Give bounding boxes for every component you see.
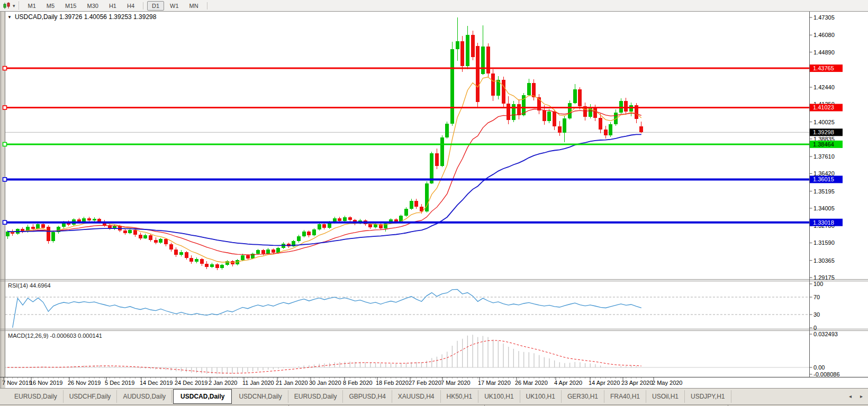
tab-xauusd-h4[interactable]: XAUUSD,H4 [392, 390, 441, 403]
svg-text:5 Dec 2019: 5 Dec 2019 [105, 380, 134, 386]
svg-text:24 Dec 2019: 24 Dec 2019 [175, 380, 207, 386]
svg-text:1.46080: 1.46080 [813, 32, 835, 38]
svg-text:26 Nov 2019: 26 Nov 2019 [68, 380, 101, 386]
chart-canvas[interactable]: 1.473051.460801.448901.436651.424401.412… [0, 0, 868, 406]
chart-type-dropdown-icon[interactable]: ▾ [13, 3, 15, 8]
tab-hk50-h1[interactable]: HK50,H1 [441, 390, 479, 403]
timeframe-button-w1[interactable]: W1 [165, 1, 184, 11]
svg-text:1.34005: 1.34005 [813, 205, 835, 211]
tab-usdcad-daily[interactable]: USDCAD,Daily [173, 389, 232, 404]
svg-text:1.38464: 1.38464 [813, 141, 834, 147]
rsi-indicator-label: RSI(14) 44.6964 [8, 282, 51, 289]
chart-title-row: ▼ USDCAD,Daily 1.39726 1.40056 1.39253 1… [7, 13, 156, 21]
tab-usdjpy-h1[interactable]: USDJPY,H1 [685, 390, 731, 403]
tab-ger30-h1[interactable]: GER30,H1 [562, 390, 604, 403]
one-click-trading-expand-icon[interactable]: ▼ [7, 15, 12, 20]
svg-text:11 Jan 2020: 11 Jan 2020 [242, 380, 274, 386]
svg-text:21 Jan 2020: 21 Jan 2020 [276, 380, 308, 386]
svg-text:1.42440: 1.42440 [813, 84, 835, 90]
svg-text:2 May 2020: 2 May 2020 [652, 380, 682, 386]
timeframe-button-h1[interactable]: H1 [104, 1, 121, 11]
timeframe-button-h4[interactable]: H4 [122, 1, 139, 11]
svg-text:23 Apr 2020: 23 Apr 2020 [621, 380, 653, 386]
toolbar-grip[interactable] [19, 2, 19, 10]
svg-text:18 Feb 2020: 18 Feb 2020 [376, 380, 409, 386]
toolbar-separator [207, 2, 207, 10]
svg-text:1.37610: 1.37610 [813, 153, 835, 160]
svg-text:30: 30 [813, 311, 820, 318]
svg-text:7 Mar 2020: 7 Mar 2020 [441, 380, 471, 386]
svg-text:1.44890: 1.44890 [813, 49, 835, 56]
svg-text:27 Feb 2020: 27 Feb 2020 [409, 380, 441, 386]
svg-text:-0.008086: -0.008086 [813, 371, 840, 377]
svg-text:1.31590: 1.31590 [813, 239, 835, 246]
svg-text:0.032493: 0.032493 [813, 331, 838, 337]
svg-text:1.39298: 1.39298 [813, 129, 834, 135]
tab-usdcnh-daily[interactable]: USDCNH,Daily [233, 390, 288, 403]
svg-text:1.40025: 1.40025 [813, 119, 835, 125]
tab-gbpusd-h4[interactable]: GBPUSD,H4 [343, 390, 392, 403]
tab-uk100-h1[interactable]: UK100,H1 [478, 390, 520, 403]
svg-text:70: 70 [813, 294, 820, 300]
timeframe-button-m30[interactable]: M30 [83, 1, 103, 11]
tab-eurusd-daily[interactable]: EURUSD,Daily [288, 390, 343, 403]
svg-text:1.43765: 1.43765 [813, 65, 834, 71]
svg-text:100: 100 [813, 281, 823, 287]
svg-text:17 Mar 2020: 17 Mar 2020 [478, 380, 511, 386]
svg-text:1.33018: 1.33018 [813, 219, 834, 226]
svg-text:0.00: 0.00 [813, 364, 825, 371]
tab-fra40-h1[interactable]: FRA40,H1 [604, 390, 646, 403]
svg-text:7 Nov 2019: 7 Nov 2019 [2, 380, 32, 386]
timeframe-button-mn[interactable]: MN [185, 1, 203, 11]
tabs-scroll-left-icon[interactable]: ◂ [849, 393, 852, 399]
svg-text:14 Dec 2019: 14 Dec 2019 [140, 380, 173, 386]
timeframe-button-m5[interactable]: M5 [42, 1, 59, 11]
svg-text:2 Jan 2020: 2 Jan 2020 [209, 380, 237, 386]
svg-text:8 Feb 2020: 8 Feb 2020 [343, 380, 373, 386]
svg-text:4 Apr 2020: 4 Apr 2020 [554, 380, 582, 386]
svg-text:0: 0 [813, 325, 817, 331]
tab-audusd-daily[interactable]: AUDUSD,Daily [117, 390, 172, 403]
svg-text:1.47305: 1.47305 [813, 14, 835, 21]
svg-text:26 Mar 2020: 26 Mar 2020 [515, 380, 548, 386]
timeframe-button-m1[interactable]: M1 [23, 1, 41, 11]
svg-text:1.35195: 1.35195 [813, 188, 835, 195]
svg-text:14 Apr 2020: 14 Apr 2020 [589, 380, 620, 386]
svg-text:30 Jan 2020: 30 Jan 2020 [309, 380, 341, 386]
tab-usoil-h1[interactable]: USOil,H1 [646, 390, 685, 403]
tab-uk100-h1[interactable]: UK100,H1 [520, 390, 562, 403]
svg-text:1.36015: 1.36015 [813, 176, 834, 182]
tab-usdchf-daily[interactable]: USDCHF,Daily [64, 390, 117, 403]
chart-title: USDCAD,Daily 1.39726 1.40056 1.39253 1.3… [15, 13, 157, 21]
chart-tabs-bar: EURUSD,DailyUSDCHF,DailyAUDUSD,DailyUSDC… [0, 388, 868, 404]
svg-text:1.29175: 1.29175 [813, 274, 835, 281]
timeframe-button-m15[interactable]: M15 [60, 1, 81, 11]
svg-text:16 Nov 2019: 16 Nov 2019 [30, 380, 62, 386]
svg-text:1.41023: 1.41023 [813, 104, 834, 110]
toolbar-separator [143, 2, 143, 10]
candlestick-chart-icon[interactable] [2, 2, 12, 10]
tab-eurusd-daily[interactable]: EURUSD,Daily [8, 390, 64, 403]
svg-text:1.30365: 1.30365 [813, 257, 835, 264]
timeframe-button-d1[interactable]: D1 [147, 1, 164, 11]
macd-indicator-label: MACD(12,26,9) -0.000603 0.000141 [8, 333, 102, 339]
tabs-scroll-right-icon[interactable]: ▸ [860, 393, 863, 399]
timeframe-toolbar: ▾ M1M5M15M30H1H4D1W1MN [0, 0, 868, 12]
